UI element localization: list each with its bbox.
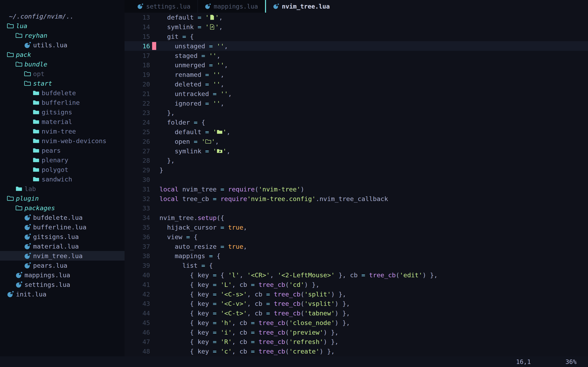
tab-nvim-tree-lua[interactable]: nvim_tree.lua <box>266 0 337 13</box>
tree-item-sandwich[interactable]: sandwich <box>0 174 125 184</box>
tree-item-label: mappings.lua <box>25 271 70 279</box>
tree-item-bufferline-lua[interactable]: bufferline.lua <box>0 222 125 232</box>
code-line-22[interactable]: 22 ignored = '', <box>125 99 588 108</box>
code-line-41[interactable]: 41 { key = 'L', cb = tree_cb('cd') }, <box>125 280 588 289</box>
code-text: symlink = '', <box>159 23 223 31</box>
tree-item-settings-lua[interactable]: settings.lua <box>0 280 125 289</box>
tab-mappings-lua[interactable]: mappings.lua <box>198 0 265 13</box>
gutter-spacer <box>150 337 159 347</box>
code-line-39[interactable]: 39 list = { <box>125 261 588 270</box>
tree-item-init-lua[interactable]: init.lua <box>0 289 125 299</box>
code-line-18[interactable]: 18 unmerged = '', <box>125 60 588 70</box>
tree-item-nvim-tree[interactable]: nvim-tree <box>0 126 125 136</box>
tree-item-gitsigns-lua[interactable]: gitsigns.lua <box>0 232 125 242</box>
code-line-25[interactable]: 25 default = '', <box>125 127 588 137</box>
line-number: 19 <box>125 71 150 78</box>
tree-item-nvim-web-devicons[interactable]: nvim-web-devicons <box>0 136 125 146</box>
code-line-24[interactable]: 24 folder = { <box>125 118 588 127</box>
tree-item-bufdelete[interactable]: bufdelete <box>0 88 125 98</box>
nvim-tree-sidebar: ~/.config/nvim/..luareyhanutils.luapackb… <box>0 0 125 356</box>
code-line-32[interactable]: 32local tree_cb = require'nvim-tree.conf… <box>125 194 588 203</box>
line-number: 47 <box>125 338 150 345</box>
code-line-30[interactable]: 30 <box>125 175 588 184</box>
code-line-14[interactable]: 14 symlink = '', <box>125 22 588 32</box>
gutter-spacer <box>150 270 159 280</box>
code-line-47[interactable]: 47 { key = 'R', cb = tree_cb('refresh') … <box>125 337 588 347</box>
tree-item-nvim-tree-lua[interactable]: nvim_tree.lua <box>0 251 125 261</box>
gutter-spacer <box>150 280 159 289</box>
tree-item-plenary[interactable]: plenary <box>0 155 125 165</box>
tree-item-opt[interactable]: opt <box>0 69 125 78</box>
code-line-20[interactable]: 20 deleted = '', <box>125 80 588 89</box>
tree-item-label: start <box>33 80 52 87</box>
code-line-37[interactable]: 37 auto_resize = true, <box>125 242 588 251</box>
code-line-26[interactable]: 26 open = '', <box>125 137 588 146</box>
gutter-spacer <box>150 175 159 184</box>
tab-label: mappings.lua <box>214 3 258 10</box>
tab-settings-lua[interactable]: settings.lua <box>130 0 198 13</box>
code-text: { key = 'i', cb = tree_cb('preview') }, <box>159 329 338 336</box>
code-line-15[interactable]: 15 git = { <box>125 32 588 42</box>
gutter-spacer <box>150 32 159 42</box>
folder-open-icon <box>24 70 31 77</box>
tree-item-config-nvim[interactable]: ~/.config/nvim/.. <box>0 11 125 21</box>
tree-item-lab[interactable]: lab <box>0 184 125 193</box>
code-line-38[interactable]: 38 mappings = { <box>125 251 588 261</box>
tree-item-mappings-lua[interactable]: mappings.lua <box>0 270 125 280</box>
code-line-44[interactable]: 44 { key = '<C-t>', cb = tree_cb('tabnew… <box>125 309 588 318</box>
cursor-gutter <box>150 41 159 51</box>
tree-item-pack[interactable]: pack <box>0 50 125 59</box>
tree-item-reyhan[interactable]: reyhan <box>0 31 125 40</box>
tree-item-packages[interactable]: packages <box>0 203 125 213</box>
tree-item-bufferline[interactable]: bufferline <box>0 98 125 107</box>
tree-item-utils-lua[interactable]: utils.lua <box>0 40 125 50</box>
code-line-36[interactable]: 36 view = { <box>125 232 588 242</box>
line-number: 13 <box>125 14 150 21</box>
code-buffer[interactable]: 13 default = '',14 symlink = '',15 git =… <box>125 13 588 356</box>
code-line-46[interactable]: 46 { key = 'i', cb = tree_cb('preview') … <box>125 327 588 337</box>
code-line-29[interactable]: 29} <box>125 165 588 175</box>
code-text: staged = '', <box>159 52 221 59</box>
gutter-spacer <box>150 137 159 146</box>
tree-item-bundle[interactable]: bundle <box>0 59 125 69</box>
code-line-45[interactable]: 45 { key = 'h', cb = tree_cb('close_node… <box>125 318 588 328</box>
code-line-31[interactable]: 31local nvim_tree = require('nvim-tree') <box>125 184 588 194</box>
code-line-34[interactable]: 34nvim_tree.setup({ <box>125 213 588 223</box>
code-line-28[interactable]: 28 }, <box>125 156 588 165</box>
tree-item-pears[interactable]: pears <box>0 146 125 155</box>
code-line-27[interactable]: 27 symlink = '', <box>125 146 588 156</box>
folder-closed-icon <box>16 185 22 192</box>
code-line-21[interactable]: 21 untracked = '', <box>125 89 588 99</box>
code-line-42[interactable]: 42 { key = '<C-s>', cb = tree_cb('split'… <box>125 289 588 299</box>
code-line-43[interactable]: 43 { key = '<C-v>', cb = tree_cb('vsplit… <box>125 299 588 309</box>
line-number: 36 <box>125 233 150 241</box>
code-line-16[interactable]: 16 unstaged = '', <box>125 41 588 51</box>
tree-item-pears-lua[interactable]: pears.lua <box>0 261 125 270</box>
tree-item-label: pears.lua <box>33 262 67 269</box>
folder-closed-icon <box>33 147 40 154</box>
code-line-40[interactable]: 40 { key = { 'l', '<CR>', '<2-LeftMouse>… <box>125 270 588 280</box>
gutter-spacer <box>150 118 159 127</box>
code-line-19[interactable]: 19 renamed = '', <box>125 70 588 80</box>
line-number: 35 <box>125 224 150 231</box>
tree-item-bufdelete-lua[interactable]: bufdelete.lua <box>0 213 125 222</box>
tree-item-polygot[interactable]: polygot <box>0 165 125 174</box>
tree-item-gitsigns[interactable]: gitsigns <box>0 107 125 117</box>
gutter-spacer <box>150 232 159 242</box>
code-line-35[interactable]: 35 hijack_cursor = true, <box>125 223 588 232</box>
code-line-13[interactable]: 13 default = '', <box>125 13 588 22</box>
code-line-17[interactable]: 17 staged = '', <box>125 51 588 60</box>
code-line-23[interactable]: 23 }, <box>125 108 588 118</box>
code-text: folder = { <box>159 119 205 126</box>
code-text: }, <box>159 109 175 117</box>
tree-item-material-lua[interactable]: material.lua <box>0 242 125 251</box>
tree-item-material[interactable]: material <box>0 117 125 126</box>
tree-item-start[interactable]: start <box>0 78 125 88</box>
tree-item-lua[interactable]: lua <box>0 21 125 31</box>
code-line-48[interactable]: 48 { key = 'c', cb = tree_cb('create') }… <box>125 347 588 356</box>
code-line-33[interactable]: 33 <box>125 203 588 213</box>
gutter-spacer <box>150 184 159 194</box>
gutter-spacer <box>150 156 159 165</box>
tabline-fill <box>337 0 588 13</box>
tree-item-plugin[interactable]: plugin <box>0 193 125 203</box>
